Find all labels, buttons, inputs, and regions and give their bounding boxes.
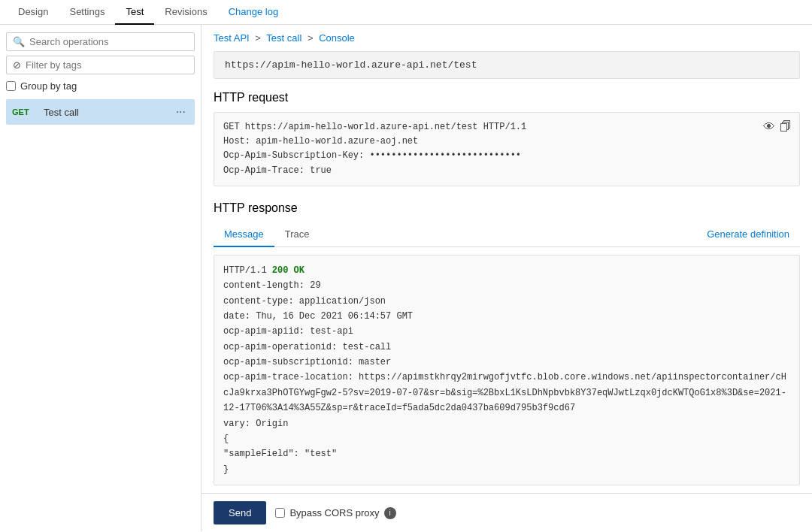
request-box-icons: 👁 🗍 <box>763 119 792 138</box>
request-line3: Ocp-Apim-Subscription-Key: •••••••••••••… <box>223 149 790 163</box>
bypass-cors-row: Bypass CORS proxy i <box>275 507 395 519</box>
group-by-tag-row: Group by tag <box>6 80 195 92</box>
bypass-cors-label: Bypass CORS proxy <box>289 507 379 518</box>
response-line-9: "sampleField": "test" <box>223 446 790 461</box>
operation-name: Test call <box>44 107 173 118</box>
eye-icon[interactable]: 👁 <box>763 119 775 138</box>
response-status-code: 200 OK <box>272 265 304 276</box>
group-by-tag-checkbox[interactable] <box>6 81 16 91</box>
tab-changelog[interactable]: Change log <box>218 0 289 25</box>
response-status-prefix: HTTP/1.1 <box>223 265 272 276</box>
bypass-cors-checkbox[interactable] <box>275 508 285 518</box>
search-box[interactable]: 🔍 <box>6 32 195 51</box>
response-line-3: ocp-apim-apiid: test-api <box>223 324 790 339</box>
response-line-10: } <box>223 462 790 477</box>
search-icon: 🔍 <box>13 36 25 47</box>
request-box: 👁 🗍 GET https://apim-hello-world.azure-a… <box>214 112 800 186</box>
response-line-2: date: Thu, 16 Dec 2021 06:14:57 GMT <box>223 309 790 324</box>
info-icon[interactable]: i <box>384 507 396 519</box>
response-line-6: ocp-apim-trace-location: https://apimstk… <box>223 370 790 416</box>
response-body: HTTP/1.1 200 OK content-length: 29 conte… <box>214 255 800 485</box>
response-line-5: ocp-apim-subscriptionid: master <box>223 355 790 370</box>
filter-box[interactable]: ⊘ <box>6 56 195 74</box>
response-line-0: content-length: 29 <box>223 278 790 293</box>
response-line-4: ocp-apim-operationid: test-call <box>223 340 790 355</box>
tab-test[interactable]: Test <box>115 0 154 25</box>
response-line-8: { <box>223 431 790 446</box>
filter-input[interactable] <box>26 59 188 71</box>
url-bar: https://apim-hello-world.azure-api.net/t… <box>214 51 800 79</box>
search-input[interactable] <box>29 36 188 47</box>
method-badge: GET <box>12 107 39 116</box>
http-request-title: HTTP request <box>201 88 812 112</box>
tab-message[interactable]: Message <box>214 222 274 247</box>
bottom-bar: Send Bypass CORS proxy i <box>201 493 812 531</box>
breadcrumb-sep2: > <box>308 32 314 44</box>
breadcrumb: Test API > Test call > Console <box>201 25 812 51</box>
main-layout: 🔍 ⊘ Group by tag GET Test call ··· Test … <box>0 25 812 531</box>
tab-revisions[interactable]: Revisions <box>154 0 217 25</box>
sidebar: 🔍 ⊘ Group by tag GET Test call ··· <box>0 25 201 531</box>
response-status-line: HTTP/1.1 200 OK <box>223 263 790 278</box>
main-content: Test API > Test call > Console https://a… <box>201 25 812 531</box>
response-line-7: vary: Origin <box>223 416 790 431</box>
response-line-1: content-type: application/json <box>223 294 790 309</box>
http-response-title: HTTP response <box>201 198 812 222</box>
top-navigation: Design Settings Test Revisions Change lo… <box>0 0 812 25</box>
breadcrumb-console: Console <box>319 32 355 44</box>
filter-icon: ⊘ <box>13 59 21 71</box>
breadcrumb-sep1: > <box>255 32 261 44</box>
send-button[interactable]: Send <box>214 501 266 524</box>
tab-design[interactable]: Design <box>8 0 59 25</box>
breadcrumb-testcall[interactable]: Test call <box>266 32 301 44</box>
response-tabs: Message Trace Generate definition <box>214 222 800 247</box>
operation-item[interactable]: GET Test call ··· <box>6 99 195 125</box>
breadcrumb-testapi[interactable]: Test API <box>214 32 250 44</box>
tab-settings[interactable]: Settings <box>59 0 115 25</box>
request-line4: Ocp-Apim-Trace: true <box>223 164 790 178</box>
group-by-tag-label: Group by tag <box>20 80 77 92</box>
request-line1: GET https://apim-hello-world.azure-api.n… <box>223 120 790 135</box>
tab-trace[interactable]: Trace <box>274 222 320 247</box>
request-line2: Host: apim-hello-world.azure-aoj.net <box>223 135 790 149</box>
copy-icon[interactable]: 🗍 <box>780 119 792 138</box>
operation-menu-icon[interactable]: ··· <box>173 104 189 120</box>
generate-definition-link[interactable]: Generate definition <box>696 222 800 246</box>
